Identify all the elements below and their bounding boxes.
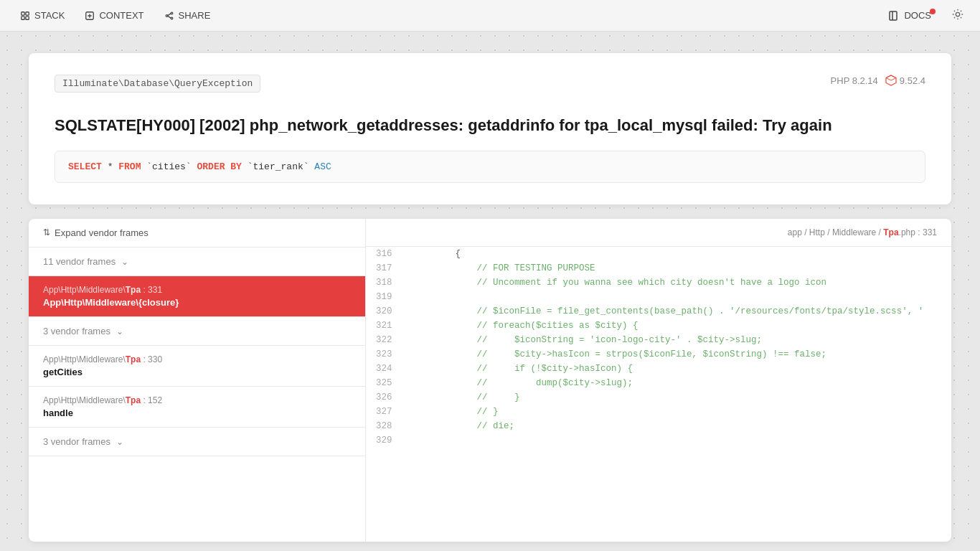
line-num-321: 321 — [366, 319, 402, 333]
sql-star: * — [108, 161, 119, 172]
active-frame-line: : 331 — [141, 285, 162, 295]
context-label: CONTEXT — [99, 10, 143, 21]
context-icon — [85, 11, 95, 21]
code-line-326: 326 // } — [366, 390, 951, 405]
get-cities-frame-name: getCities — [43, 367, 351, 377]
error-query: SELECT * FROM `cities` ORDER BY `tier_ra… — [55, 151, 925, 183]
sql-order: ORDER BY — [197, 161, 241, 172]
main-content: Illuminate\Database\QueryException PHP 8… — [0, 32, 980, 551]
handle-line: : 152 — [141, 395, 162, 405]
sql-table: `cities` — [146, 161, 197, 172]
handle-frame-path: App\Http\Middleware\Tpa : 152 — [43, 395, 351, 405]
code-line-318: 318 // Uncomment if you wanna see which … — [366, 276, 951, 290]
code-line-322: 322 // $iconString = 'icon-logo-city-' .… — [366, 333, 951, 347]
stack-label: STACK — [34, 10, 65, 21]
vendor-frames-count-3: 3 vendor frames — [43, 436, 110, 447]
file-name: Tpa — [883, 227, 898, 237]
line-content-329 — [402, 433, 951, 448]
line-num-317: 317 — [366, 261, 402, 276]
code-line-320: 320 // $iconFile = file_get_contents(bas… — [366, 304, 951, 319]
code-line-328: 328 // die; — [366, 419, 951, 433]
code-line-323: 323 // $city->hasIcon = strpos($iconFile… — [366, 347, 951, 362]
line-num-319: 319 — [366, 290, 402, 304]
chevron-down-icon-1 — [121, 256, 128, 267]
handle-frame[interactable]: App\Http\Middleware\Tpa : 152 handle — [29, 387, 365, 428]
file-path: app / Http / Middleware / — [788, 227, 883, 237]
stack-area: ⇅ Expand vendor frames 11 vendor frames … — [29, 219, 951, 542]
svg-point-8 — [956, 12, 959, 16]
topnav: STACK CONTEXT SHARE DOCS — [0, 0, 980, 32]
book-icon — [888, 10, 900, 22]
code-line-317: 317 // FOR TESTING PURPOSE — [366, 261, 951, 276]
line-num-323: 323 — [366, 347, 402, 362]
get-cities-frame[interactable]: App\Http\Middleware\Tpa : 330 getCities — [29, 346, 365, 387]
active-stack-frame[interactable]: App\Http\Middleware\Tpa : 331 App\Http\M… — [29, 276, 365, 317]
line-content-319 — [402, 290, 951, 304]
line-num-328: 328 — [366, 419, 402, 433]
vendor-frames-toggle-3[interactable]: 3 vendor frames — [29, 428, 365, 456]
code-line-316: 316 { — [366, 247, 951, 261]
get-cities-class: Tpa — [126, 354, 141, 364]
svg-rect-1 — [26, 11, 29, 14]
code-header: app / Http / Middleware / Tpa.php : 331 — [366, 219, 951, 247]
stack-icon — [20, 11, 30, 21]
line-num-318: 318 — [366, 276, 402, 290]
svg-point-5 — [171, 12, 173, 14]
docs-button[interactable]: DOCS — [881, 6, 938, 26]
settings-button[interactable] — [947, 4, 969, 27]
vendor-frames-toggle-1[interactable]: 11 vendor frames — [29, 248, 365, 276]
svg-marker-10 — [886, 75, 896, 80]
sql-column: `tier_rank` — [248, 161, 315, 172]
share-button[interactable]: SHARE — [156, 6, 220, 25]
line-content-322: // $iconString = 'icon-logo-city-' . $ci… — [402, 333, 951, 347]
vendor-frames-count-1: 11 vendor frames — [43, 256, 116, 267]
code-line-321: 321 // foreach($cities as $city) { — [366, 319, 951, 333]
expand-vendor-arrows: ⇅ — [43, 227, 50, 237]
line-content-328: // die; — [402, 419, 951, 433]
handle-frame-name: handle — [43, 408, 351, 418]
line-num-320: 320 — [366, 304, 402, 319]
vendor-frames-toggle-2[interactable]: 3 vendor frames — [29, 317, 365, 345]
svg-rect-2 — [22, 16, 24, 19]
code-line-324: 324 // if (!$city->hasIcon) { — [366, 362, 951, 376]
active-frame-path: App\Http\Middleware\Tpa : 331 — [43, 285, 351, 295]
line-content-324: // if (!$city->hasIcon) { — [402, 362, 951, 376]
line-content-326: // } — [402, 390, 951, 405]
php-version: PHP 8.2.14 — [831, 75, 878, 86]
get-cities-namespace: App\Http\Middleware\ — [43, 354, 126, 364]
active-frame-class: Tpa — [126, 285, 141, 295]
topnav-right: DOCS — [881, 4, 969, 27]
active-frame-namespace: App\Http\Middleware\ — [43, 285, 126, 295]
chevron-down-icon-2 — [116, 326, 123, 336]
line-num-322: 322 — [366, 333, 402, 347]
sql-from: FROM — [118, 161, 141, 172]
svg-point-6 — [166, 14, 168, 17]
code-line-325: 325 // dump($city->slug); — [366, 376, 951, 390]
expand-vendor-button[interactable]: ⇅ Expand vendor frames — [29, 219, 365, 248]
code-view[interactable]: 316 { 317 // FOR TESTING PURPOSE 318 // … — [366, 247, 951, 534]
line-content-325: // dump($city->slug); — [402, 376, 951, 390]
line-content-327: // } — [402, 405, 951, 419]
vendor-frames-count-2: 3 vendor frames — [43, 326, 110, 336]
share-label: SHARE — [179, 10, 211, 21]
docs-notification-badge — [930, 9, 936, 14]
line-content-320: // $iconFile = file_get_contents(base_pa… — [402, 304, 951, 319]
line-num-316: 316 — [366, 247, 402, 261]
handle-class: Tpa — [126, 395, 141, 405]
docs-label: DOCS — [904, 10, 931, 21]
stack-button[interactable]: STACK — [11, 6, 73, 25]
line-content-323: // $city->hasIcon = strpos($iconFile, $i… — [402, 347, 951, 362]
error-title: SQLSTATE[HY000] [2002] php_network_getad… — [55, 116, 925, 136]
file-ext: .php — [899, 227, 915, 237]
line-content-321: // foreach($cities as $city) { — [402, 319, 951, 333]
vendor-frames-group-1: 11 vendor frames — [29, 248, 365, 276]
context-button[interactable]: CONTEXT — [76, 6, 152, 25]
vendor-frames-group-3: 3 vendor frames — [29, 428, 365, 456]
laravel-version: 9.52.4 — [885, 75, 925, 86]
handle-namespace: App\Http\Middleware\ — [43, 395, 126, 405]
gear-icon — [951, 8, 964, 21]
left-panel: ⇅ Expand vendor frames 11 vendor frames … — [29, 219, 366, 542]
line-num-329: 329 — [366, 433, 402, 448]
laravel-icon — [885, 75, 897, 86]
error-card: Illuminate\Database\QueryException PHP 8… — [29, 53, 951, 204]
